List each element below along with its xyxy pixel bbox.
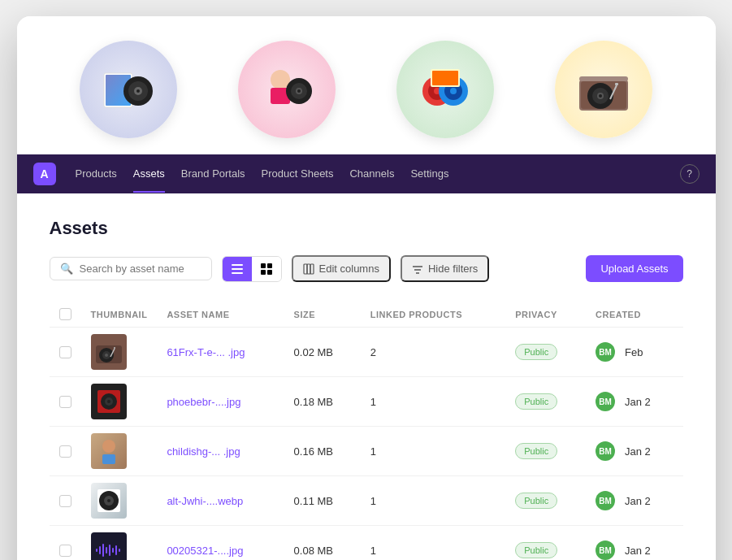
row-size: 0.18 MB [284,377,361,427]
asset-name-link[interactable]: alt-Jwhi-....webp [167,495,243,507]
table-row: phoebebr-....jpg 0.18 MB 1 Public BM Jan… [50,377,683,427]
svg-rect-58 [96,549,97,552]
row-created: BM Feb [586,328,682,377]
svg-rect-59 [99,546,101,554]
svg-rect-60 [102,544,104,557]
created-date: Jan 2 [625,495,651,507]
svg-rect-31 [232,272,243,274]
row-linked-products: 2 [361,328,505,377]
navbar: A Products Assets Brand Portals Product … [17,154,716,193]
row-checkbox-4[interactable] [59,495,71,507]
row-asset-name[interactable]: phoebebr-....jpg [157,377,284,427]
row-linked-products: 1 [361,377,505,427]
th-asset-name: ASSET NAME [157,302,284,328]
row-asset-name[interactable]: 61Frx-T-e-... .jpg [157,328,284,377]
grid-view-toggle[interactable] [252,257,281,281]
svg-point-51 [107,400,110,403]
row-thumbnail-cell [81,328,158,377]
row-asset-name[interactable]: childishg-... .jpg [157,427,284,476]
row-checkbox-5[interactable] [59,545,71,557]
asset-name-link[interactable]: childishg-... .jpg [167,445,240,458]
svg-point-52 [102,440,115,453]
row-asset-name[interactable]: 00205321-....jpg [157,526,284,561]
hide-filters-button[interactable]: Hide filters [401,255,489,282]
svg-rect-19 [432,71,458,85]
svg-rect-63 [112,548,114,553]
row-thumbnail-cell [81,526,158,561]
svg-rect-53 [102,454,115,464]
row-checkbox-3[interactable] [59,445,71,458]
main-content: Assets 🔍 [17,193,716,560]
row-privacy: Public [505,328,586,377]
privacy-badge: Public [515,493,557,509]
nav-logo[interactable]: A [33,163,56,185]
row-created: BM Jan 2 [586,526,682,561]
row-checkbox-cell [50,328,81,377]
svg-rect-30 [232,268,243,270]
nav-brand-portals[interactable]: Brand Portals [181,156,245,193]
row-thumbnail-cell [81,377,158,427]
row-created: BM Jan 2 [586,476,682,526]
nav-settings[interactable]: Settings [410,156,448,193]
row-checkbox-1[interactable] [59,346,71,358]
nav-items: Products Assets Brand Portals Product Sh… [76,156,661,193]
view-toggles [222,256,282,282]
table-row: 61Frx-T-e-... .jpg 0.02 MB 2 Public BM F… [50,328,683,377]
search-icon: 🔍 [60,263,73,275]
svg-rect-61 [106,547,107,553]
created-date: Jan 2 [625,545,651,557]
page-title: Assets [50,218,683,239]
edit-columns-button[interactable]: Edit columns [292,255,391,282]
row-linked-products: 1 [361,526,505,561]
upload-assets-button[interactable]: Upload Assets [586,255,682,282]
table-row: childishg-... .jpg 0.16 MB 1 Public BM J… [50,427,683,476]
svg-rect-62 [109,545,110,556]
row-privacy: Public [505,526,586,561]
browser-window: A Products Assets Brand Portals Product … [17,16,716,560]
nav-product-sheets[interactable]: Product Sheets [262,156,334,193]
th-created: CREATED [586,302,682,328]
svg-rect-38 [310,264,314,274]
asset-table: THUMBNAIL ASSET NAME SIZE LINKED PRODUCT… [50,302,683,560]
nav-products[interactable]: Products [76,156,117,193]
created-date: Jan 2 [625,396,651,408]
svg-rect-64 [115,545,117,555]
hero-circle-1 [80,41,177,138]
nav-assets[interactable]: Assets [133,156,165,193]
svg-rect-34 [261,270,266,275]
search-box[interactable]: 🔍 [50,257,212,280]
svg-point-17 [450,88,457,94]
row-created: BM Jan 2 [586,377,682,427]
list-view-toggle[interactable] [223,257,252,281]
svg-point-45 [105,354,108,357]
table-row: alt-Jwhi-....webp 0.11 MB 1 Public BM Ja… [50,476,683,526]
asset-name-link[interactable]: 61Frx-T-e-... .jpg [167,346,245,358]
th-linked-products: LINKED PRODUCTS [361,302,505,328]
search-input[interactable] [80,263,201,275]
svg-rect-29 [232,264,243,266]
th-size: SIZE [284,302,361,328]
svg-point-11 [297,89,301,93]
asset-name-link[interactable]: 00205321-....jpg [167,545,243,557]
privacy-badge: Public [515,393,557,410]
creator-avatar: BM [596,392,615,411]
asset-name-link[interactable]: phoebebr-....jpg [167,396,240,408]
svg-point-25 [599,94,602,98]
svg-rect-28 [579,76,628,81]
select-all-checkbox[interactable] [59,308,71,320]
row-checkbox-cell [50,427,81,476]
creator-avatar: BM [596,342,615,362]
th-checkbox [50,302,81,328]
creator-avatar: BM [596,540,615,560]
created-date: Jan 2 [625,445,651,458]
row-linked-products: 1 [361,427,505,476]
row-checkbox-2[interactable] [59,396,71,408]
row-size: 0.02 MB [284,328,361,377]
th-privacy: PRIVACY [505,302,586,328]
row-checkbox-cell [50,476,81,526]
nav-channels[interactable]: Channels [349,156,394,193]
row-asset-name[interactable]: alt-Jwhi-....webp [157,476,284,526]
help-button[interactable]: ? [680,164,700,184]
svg-rect-37 [307,264,310,274]
table-row: 00205321-....jpg 0.08 MB 1 Public BM Jan… [50,526,683,561]
